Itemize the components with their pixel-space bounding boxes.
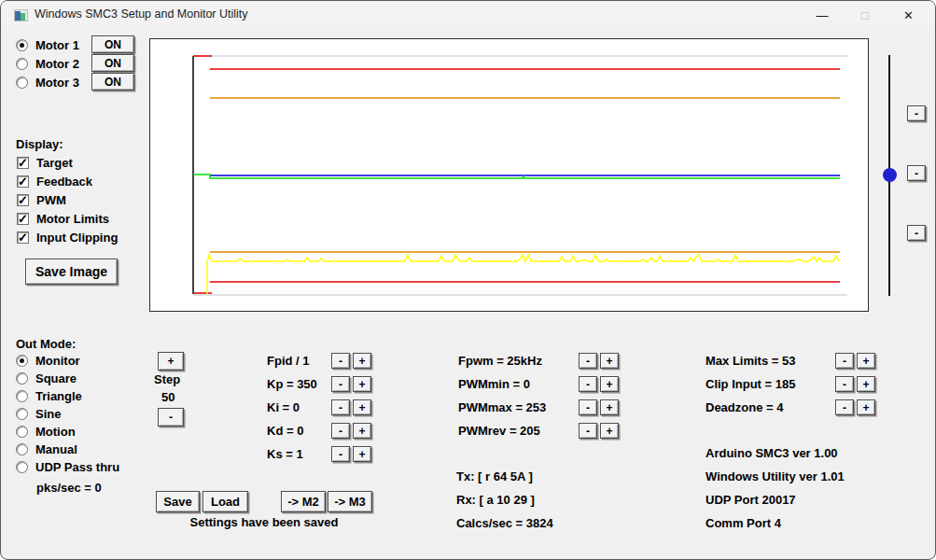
- kd-plus-button[interactable]: +: [353, 423, 371, 439]
- fpid-minus-button[interactable]: -: [331, 353, 350, 369]
- motor-2-label: Motor 2: [35, 57, 79, 71]
- close-button[interactable]: ✕: [887, 1, 930, 29]
- load-button[interactable]: Load: [203, 491, 248, 512]
- slider-minus-button-middle[interactable]: -: [907, 165, 926, 181]
- step-minus-button[interactable]: -: [158, 408, 184, 427]
- pwm-checkbox[interactable]: [17, 194, 29, 206]
- display-option-target[interactable]: Target: [17, 156, 73, 170]
- slider-minus-button-top[interactable]: -: [907, 105, 926, 121]
- display-option-pwm[interactable]: PWM: [17, 193, 66, 207]
- pwmmax-plus-button[interactable]: +: [600, 399, 619, 415]
- clip-input-value: Clip Input = 185: [705, 377, 795, 391]
- step-label: Step: [154, 372, 180, 386]
- rx-readout: Rx: [ a 10 29 ]: [456, 493, 535, 507]
- maximize-button: □: [844, 1, 887, 29]
- pwm-checkbox-label: PWM: [36, 193, 66, 207]
- out-mode-monitor[interactable]: Monitor: [16, 354, 80, 368]
- tx-readout: Tx: [ r 64 5A ]: [456, 469, 533, 483]
- save-image-button[interactable]: Save Image: [25, 259, 118, 285]
- to-m2-button[interactable]: -> M2: [281, 491, 326, 512]
- display-option-feedback[interactable]: Feedback: [17, 175, 92, 189]
- motor-3-on-button[interactable]: ON: [91, 73, 134, 91]
- pwmmax-minus-button[interactable]: -: [579, 399, 597, 415]
- motor-3-option[interactable]: Motor 3: [16, 76, 79, 90]
- out-mode-sine[interactable]: Sine: [16, 407, 61, 421]
- kd-value: Kd = 0: [267, 424, 303, 438]
- ks-plus-button[interactable]: +: [353, 446, 371, 462]
- ks-minus-button[interactable]: -: [331, 446, 350, 462]
- out-mode-square[interactable]: Square: [16, 371, 77, 385]
- clip-input-minus-button[interactable]: -: [835, 376, 854, 392]
- fpwm-minus-button[interactable]: -: [579, 353, 597, 369]
- target-checkbox[interactable]: [17, 157, 29, 169]
- fpid-plus-button[interactable]: +: [353, 353, 371, 369]
- fpwm-plus-button[interactable]: +: [600, 353, 619, 369]
- motor-3-radio[interactable]: [16, 77, 28, 89]
- out-mode-triangle[interactable]: Triangle: [16, 389, 82, 403]
- sine-label: Sine: [35, 407, 61, 421]
- motion-label: Motion: [35, 425, 76, 439]
- save-button[interactable]: Save: [156, 491, 200, 512]
- manual-radio[interactable]: [16, 443, 28, 455]
- motor-2-on-button[interactable]: ON: [91, 54, 134, 72]
- pwmrev-value: PWMrev = 205: [458, 424, 540, 438]
- pwmmin-plus-button[interactable]: +: [600, 376, 619, 392]
- fpwm-value: Fpwm = 25kHz: [458, 354, 542, 368]
- monitor-radio[interactable]: [16, 355, 28, 367]
- scope-chart: [150, 39, 868, 311]
- display-section-label: Display:: [16, 137, 63, 151]
- motor-2-radio[interactable]: [16, 58, 28, 70]
- input-clipping-checkbox[interactable]: [17, 231, 29, 244]
- max-limits-minus-button[interactable]: -: [835, 353, 854, 369]
- scope-chart-panel: [149, 38, 869, 312]
- calcs-per-sec-readout: Calcs/sec = 3824: [456, 516, 553, 530]
- manual-slider-thumb[interactable]: [883, 168, 897, 182]
- max-limits-plus-button[interactable]: +: [857, 353, 875, 369]
- kp-plus-button[interactable]: +: [353, 376, 371, 392]
- slider-minus-button-bottom[interactable]: -: [907, 225, 926, 241]
- step-plus-button[interactable]: +: [158, 352, 184, 371]
- app-window: Windows SMC3 Setup and Monitor Utility —…: [0, 0, 936, 560]
- deadzone-plus-button[interactable]: +: [857, 399, 875, 415]
- display-option-input-clipping[interactable]: Input Clipping: [17, 231, 118, 245]
- kd-minus-button[interactable]: -: [331, 423, 350, 439]
- title-bar[interactable]: Windows SMC3 Setup and Monitor Utility —…: [1, 1, 935, 29]
- udp-radio[interactable]: [16, 461, 28, 473]
- clip-input-plus-button[interactable]: +: [857, 376, 875, 392]
- pwmmin-value: PWMmin = 0: [458, 377, 530, 391]
- square-label: Square: [35, 371, 77, 385]
- pwmmin-minus-button[interactable]: -: [579, 376, 597, 392]
- pks-per-sec-value: pks/sec = 0: [36, 481, 102, 495]
- feedback-checkbox[interactable]: [17, 175, 29, 188]
- udp-label: UDP Pass thru: [35, 460, 119, 474]
- kp-value: Kp = 350: [267, 377, 317, 391]
- sine-radio[interactable]: [16, 408, 28, 420]
- pwmrev-plus-button[interactable]: +: [600, 423, 619, 439]
- arduino-version-text: Arduino SMC3 ver 1.00: [705, 446, 838, 460]
- to-m3-button[interactable]: -> M3: [328, 491, 372, 512]
- kp-minus-button[interactable]: -: [331, 376, 350, 392]
- motor-1-on-button[interactable]: ON: [91, 35, 134, 53]
- ks-value: Ks = 1: [267, 447, 303, 461]
- motor-limits-checkbox[interactable]: [17, 213, 29, 225]
- pwmrev-minus-button[interactable]: -: [579, 423, 597, 439]
- ki-minus-button[interactable]: -: [331, 399, 350, 415]
- motion-radio[interactable]: [16, 426, 28, 438]
- ki-plus-button[interactable]: +: [353, 399, 371, 415]
- motor-1-option[interactable]: Motor 1: [16, 38, 79, 52]
- settings-status-text: Settings have been saved: [156, 515, 372, 529]
- triangle-radio[interactable]: [16, 390, 28, 402]
- out-mode-udp[interactable]: UDP Pass thru: [16, 460, 119, 474]
- display-option-motor-limits[interactable]: Motor Limits: [17, 212, 109, 226]
- app-icon: [14, 9, 28, 21]
- ki-value: Ki = 0: [267, 400, 300, 414]
- minimize-button[interactable]: —: [801, 1, 844, 29]
- motor-2-option[interactable]: Motor 2: [16, 57, 79, 71]
- motor-1-radio[interactable]: [16, 39, 28, 51]
- deadzone-minus-button[interactable]: -: [835, 399, 854, 415]
- square-radio[interactable]: [16, 372, 28, 385]
- out-mode-motion[interactable]: Motion: [16, 425, 76, 439]
- out-mode-manual[interactable]: Manual: [16, 442, 77, 456]
- motor-limits-checkbox-label: Motor Limits: [36, 212, 109, 226]
- input-clipping-checkbox-label: Input Clipping: [36, 231, 118, 245]
